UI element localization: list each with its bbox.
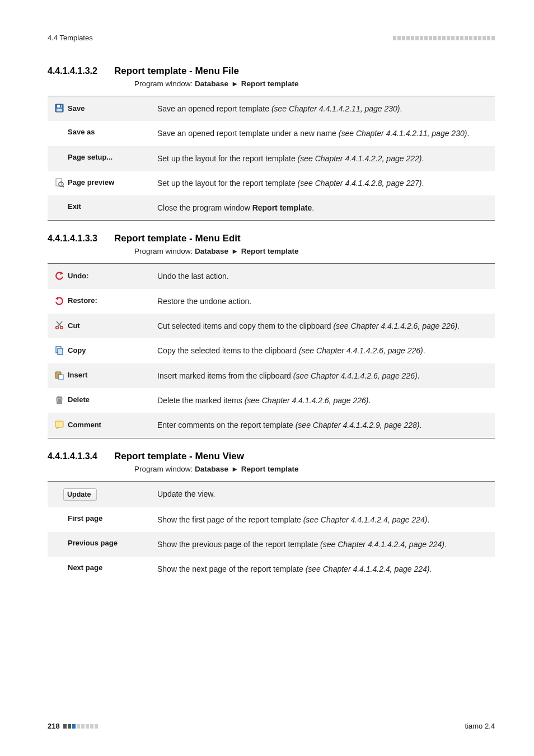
row-label: Delete <box>51 395 157 405</box>
row-desc: Show the first page of the report templa… <box>157 514 491 525</box>
breadcrumb: Program window: Database ▸ Report templa… <box>134 79 495 88</box>
row-label: Save as <box>51 128 157 136</box>
row-label: Restore: <box>51 296 157 306</box>
section-heading: 4.4.1.4.1.3.3 Report template - Menu Edi… <box>48 233 495 244</box>
menu-edit-table: Undo: Undo the last action. Restore: Res… <box>48 263 495 438</box>
breadcrumb-prefix: Program window: <box>134 465 193 473</box>
row-label: Update <box>51 488 157 501</box>
row-label: Copy <box>51 345 157 355</box>
row-label-text: Restore: <box>68 296 97 305</box>
row-label: Page preview <box>51 178 157 188</box>
row-label-text: Insert <box>68 371 87 379</box>
svg-marker-7 <box>60 272 63 275</box>
preview-icon <box>54 178 64 188</box>
breadcrumb-part: Database <box>195 80 228 88</box>
svg-rect-14 <box>58 348 63 354</box>
breadcrumb-arrow: ▸ <box>231 247 239 255</box>
row-label: Previous page <box>51 539 157 547</box>
menu-view-table: Update Update the view. First page Show … <box>48 481 495 582</box>
breadcrumb-part: Report template <box>241 80 299 88</box>
heading-title: Report template - Menu View <box>114 451 244 462</box>
row-desc: Update the view. <box>157 488 491 500</box>
software-name: tiamo 2.4 <box>465 722 495 730</box>
insert-icon <box>54 370 64 380</box>
row-label: Exit <box>51 202 157 211</box>
table-row: Insert Insert marked items from the clip… <box>48 363 495 388</box>
page-root: 4.4 Templates 4.4.1.4.1.3.2 Report templ… <box>0 0 534 756</box>
table-row: Previous page Show the previous page of … <box>48 532 495 557</box>
row-desc: Insert marked items from the clipboard (… <box>157 370 491 381</box>
table-row: Page setup... Set up the layout for the … <box>48 146 495 171</box>
row-desc: Set up the layout for the report templat… <box>157 178 491 189</box>
table-row: Page preview Set up the layout for the r… <box>48 171 495 195</box>
breadcrumb-prefix: Program window: <box>134 247 193 255</box>
row-desc: Enter comments on the report template (s… <box>157 419 491 431</box>
table-row: Save as Save an opened report template u… <box>48 121 495 146</box>
table-row: Save Save an opened report template (see… <box>48 96 495 121</box>
breadcrumb-prefix: Program window: <box>134 80 193 88</box>
table-row: Exit Close the program window Report tem… <box>48 195 495 220</box>
svg-rect-17 <box>59 375 63 380</box>
row-label-text: Next page <box>68 563 102 572</box>
table-row: Restore: Restore the undone action. <box>48 289 495 314</box>
save-icon <box>54 103 64 113</box>
heading-title: Report template - Menu Edit <box>114 233 241 244</box>
breadcrumb-part: Report template <box>241 247 299 255</box>
table-row: Comment Enter comments on the report tem… <box>48 413 495 437</box>
row-desc: Save an opened report template under a n… <box>157 128 491 139</box>
row-label-text: Undo: <box>68 272 89 280</box>
row-desc: Save an opened report template (see Chap… <box>157 103 491 114</box>
row-desc: Copy the selected items to the clipboard… <box>157 345 491 356</box>
svg-line-6 <box>63 185 64 187</box>
row-label: Cut <box>51 320 157 330</box>
svg-rect-16 <box>57 371 59 373</box>
breadcrumb: Program window: Database ▸ Report templa… <box>134 246 495 255</box>
breadcrumb-part: Report template <box>241 465 299 473</box>
row-desc: Cut selected items and copy them to the … <box>157 320 491 332</box>
heading-number: 4.4.1.4.1.3.4 <box>48 451 97 461</box>
breadcrumb-part: Database <box>195 465 228 473</box>
row-label-text: Comment <box>68 421 101 429</box>
row-label-text: Previous page <box>68 539 118 547</box>
breadcrumb-part: Database <box>195 247 228 255</box>
page-number: 218 <box>48 722 60 730</box>
cut-icon <box>54 320 64 330</box>
update-button[interactable]: Update <box>63 488 97 501</box>
svg-marker-8 <box>55 297 58 300</box>
row-label: Comment <box>51 419 157 430</box>
row-label: Page setup... <box>51 153 157 161</box>
row-label-text: Exit <box>68 202 81 211</box>
row-label: Save <box>51 103 157 113</box>
delete-icon <box>54 395 64 405</box>
heading-title: Report template - Menu File <box>114 66 239 77</box>
section-heading: 4.4.1.4.1.3.4 Report template - Menu Vie… <box>48 451 495 462</box>
row-desc: Undo the last action. <box>157 270 491 282</box>
table-row: Copy Copy the selected items to the clip… <box>48 338 495 363</box>
table-row: First page Show the first page of the re… <box>48 507 495 532</box>
row-label-text: First page <box>68 514 102 522</box>
svg-rect-2 <box>60 105 61 108</box>
breadcrumb-arrow: ▸ <box>231 465 239 473</box>
section-heading: 4.4.1.4.1.3.2 Report template - Menu Fil… <box>48 66 495 77</box>
row-label-text: Copy <box>68 346 86 354</box>
breadcrumb: Program window: Database ▸ Report templa… <box>134 464 495 473</box>
row-label: Undo: <box>51 270 157 281</box>
row-label-text: Save <box>68 104 85 113</box>
row-desc: Show the next page of the report templat… <box>157 563 491 575</box>
table-row: Cut Cut selected items and copy them to … <box>48 314 495 338</box>
undo-icon <box>54 270 64 281</box>
row-desc: Restore the undone action. <box>157 296 491 307</box>
row-label: Next page <box>51 563 157 572</box>
copy-icon <box>54 345 64 355</box>
row-label: Insert <box>51 370 157 380</box>
table-row: Delete Delete the marked items (see Chap… <box>48 388 495 413</box>
heading-number: 4.4.1.4.1.3.2 <box>48 66 97 76</box>
row-desc: Set up the layout for the report templat… <box>157 153 491 164</box>
svg-rect-18 <box>57 396 62 398</box>
row-label-text: Page setup... <box>68 153 113 161</box>
running-header-bars <box>393 36 495 40</box>
row-desc: Delete the marked items (see Chapter 4.4… <box>157 395 491 406</box>
row-label: First page <box>51 514 157 522</box>
row-label-text: Cut <box>68 321 80 330</box>
running-header: 4.4 Templates <box>48 34 495 42</box>
